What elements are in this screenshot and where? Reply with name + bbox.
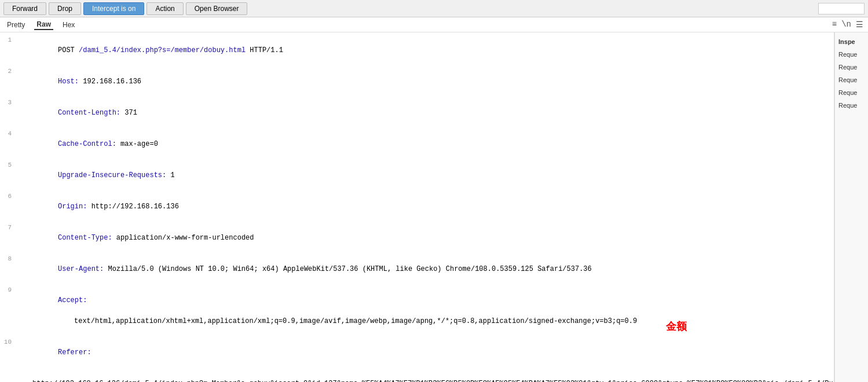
right-panel-item-2[interactable]: Reque xyxy=(837,63,866,72)
right-panel-item-4[interactable]: Reque xyxy=(837,88,866,97)
wrap-icon[interactable]: ≡ xyxy=(832,20,837,30)
table-row: 9 Accept: text/html,application/xhtml+xm… xyxy=(0,285,834,337)
table-row: 1 POST /dami_5.4/index.php?s=/member/dob… xyxy=(0,35,834,66)
code-wrapper: 1 POST /dami_5.4/index.php?s=/member/dob… xyxy=(0,32,834,382)
right-panel-item-5[interactable]: Reque xyxy=(837,101,866,110)
table-row: 8 User-Agent: Mozilla/5.0 (Windows NT 10… xyxy=(0,254,834,285)
table-row: 4 Cache-Control: max-age=0 xyxy=(0,128,834,160)
table-row: 10 Referer: http://192.168.16.136/dami_5… xyxy=(0,337,834,382)
drop-button[interactable]: Drop xyxy=(49,2,81,15)
table-row: 5 Upgrade-Insecure-Requests: 1 xyxy=(0,160,834,191)
menu-icon[interactable]: ☰ xyxy=(856,20,863,30)
table-row: 2 Host: 192.168.16.136 xyxy=(0,66,834,97)
newline-icon[interactable]: \n xyxy=(841,20,851,30)
tab-raw[interactable]: Raw xyxy=(34,20,53,30)
table-row: 3 Content-Length: 371 xyxy=(0,97,834,128)
right-panel-item-3[interactable]: Reque xyxy=(837,75,866,85)
view-icons: ≡ \n ☰ xyxy=(832,20,863,30)
right-panel: Inspe Reque Reque Reque Reque Reque xyxy=(834,32,868,382)
forward-button[interactable]: Forward xyxy=(3,2,46,15)
action-button[interactable]: Action xyxy=(147,2,183,15)
table-row: 7 Content-Type: application/x-www-form-u… xyxy=(0,222,834,254)
tab-pretty[interactable]: Pretty xyxy=(5,20,27,30)
toolbar: Forward Drop Intercept is on Action Open… xyxy=(0,0,868,17)
main-container: 1 POST /dami_5.4/index.php?s=/member/dob… xyxy=(0,32,868,382)
search-input[interactable] xyxy=(818,3,865,14)
intercept-button[interactable]: Intercept is on xyxy=(83,2,144,15)
right-panel-title: Inspe xyxy=(837,37,866,46)
table-row: 6 Origin: http://192.168.16.136 xyxy=(0,191,834,222)
tab-hex[interactable]: Hex xyxy=(60,20,77,30)
sub-toolbar: Pretty Raw Hex ≡ \n ☰ xyxy=(0,17,868,32)
open-browser-button[interactable]: Open Browser xyxy=(186,2,248,15)
code-panel[interactable]: 1 POST /dami_5.4/index.php?s=/member/dob… xyxy=(0,32,834,382)
right-panel-item-1[interactable]: Reque xyxy=(837,50,866,59)
